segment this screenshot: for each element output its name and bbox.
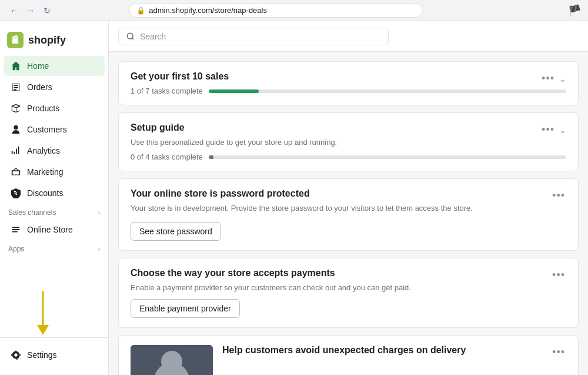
- setup-guide-progress: 0 of 4 tasks complete: [131, 152, 566, 161]
- flag-icon: 🏴: [568, 4, 581, 17]
- person-image: [131, 345, 213, 375]
- sidebar: shopify Home Orders Products Custom: [0, 21, 109, 375]
- brand-name: shopify: [28, 34, 66, 47]
- arrow-annotation: [28, 291, 58, 340]
- sidebar-item-home[interactable]: Home: [4, 56, 105, 76]
- first-sales-actions: ••• ⌄: [540, 71, 566, 86]
- password-protected-body: Your store is in development. Provide th…: [131, 204, 566, 241]
- home-icon: [11, 61, 21, 71]
- sidebar-item-discounts[interactable]: Discounts: [4, 183, 105, 203]
- search-bar[interactable]: Search: [118, 28, 389, 45]
- setup-guide-title: Setup guide: [131, 122, 337, 133]
- sidebar-logo: shopify: [0, 26, 108, 55]
- unexpected-charges-card: Help customers avoid unexpected charges …: [118, 335, 579, 375]
- setup-guide-actions: ••• ⌄: [540, 122, 566, 137]
- address-bar[interactable]: 🔒 admin.shopify.com/store/nap-deals: [129, 3, 423, 18]
- first-sales-more-button[interactable]: •••: [540, 71, 556, 86]
- enable-payment-button[interactable]: Enable payment provider: [131, 299, 240, 318]
- password-protected-more-button[interactable]: •••: [551, 188, 566, 203]
- sidebar-item-orders[interactable]: Orders: [4, 77, 105, 97]
- sales-channels-label: Sales channels: [8, 208, 56, 217]
- arrow-svg: [28, 291, 58, 338]
- sidebar-item-settings[interactable]: Settings: [4, 345, 105, 365]
- sidebar-item-home-label: Home: [27, 61, 49, 71]
- sidebar-item-analytics[interactable]: Analytics: [4, 141, 105, 161]
- url-text: admin.shopify.com/store/nap-deals: [149, 6, 267, 15]
- password-protected-text: Your store is in development. Provide th…: [131, 204, 566, 213]
- back-button[interactable]: ←: [7, 4, 21, 18]
- sales-channels-chevron[interactable]: ›: [98, 210, 100, 216]
- payments-header: Choose the way your store accepts paymen…: [131, 268, 566, 283]
- customers-icon: [11, 124, 21, 135]
- settings-icon: [11, 350, 21, 360]
- discounts-icon: [11, 188, 21, 198]
- password-protected-card: Your online store is password protected …: [118, 178, 579, 251]
- image-card-layout: Help customers avoid unexpected charges …: [131, 345, 566, 375]
- svg-point-2: [127, 33, 133, 39]
- search-placeholder: Search: [140, 32, 166, 41]
- first-sales-collapse-button[interactable]: ⌄: [559, 74, 566, 84]
- sidebar-item-customers-label: Customers: [27, 125, 67, 134]
- unexpected-charges-more-button[interactable]: •••: [551, 345, 566, 360]
- payments-card: Choose the way your store accepts paymen…: [118, 258, 579, 328]
- apps-label: Apps: [8, 245, 24, 253]
- main-content: Get your first 10 sales ••• ⌄ 1 of 7 tas…: [109, 52, 588, 375]
- first-sales-header: Get your first 10 sales ••• ⌄: [131, 71, 566, 87]
- first-sales-progress-fill: [209, 89, 259, 93]
- first-sales-progress-bar: [209, 89, 566, 93]
- apps-section: Apps ›: [0, 240, 108, 255]
- first-sales-progress-text: 1 of 7 tasks complete: [131, 87, 203, 95]
- sidebar-item-orders-label: Orders: [27, 82, 52, 92]
- online-store-label: Online Store: [27, 225, 73, 234]
- password-protected-header: Your online store is password protected …: [131, 188, 566, 204]
- setup-guide-collapse-button[interactable]: ⌄: [559, 125, 566, 135]
- unexpected-charges-header: Help customers avoid unexpected charges …: [222, 345, 566, 360]
- svg-point-4: [161, 351, 182, 372]
- first-sales-progress: 1 of 7 tasks complete: [131, 87, 566, 95]
- browser-nav-buttons: ← → ↻: [7, 4, 54, 18]
- shopify-logo-icon: [7, 32, 24, 48]
- setup-guide-card: Setup guide Use this personalized guide …: [118, 112, 579, 171]
- setup-guide-progress-text: 0 of 4 tasks complete: [131, 152, 203, 161]
- orders-icon: [11, 82, 21, 92]
- payments-title: Choose the way your store accepts paymen…: [131, 268, 335, 278]
- setup-guide-progress-bar: [209, 155, 566, 159]
- forward-button[interactable]: →: [24, 4, 38, 18]
- first-sales-card: Get your first 10 sales ••• ⌄ 1 of 7 tas…: [118, 61, 579, 105]
- app-layout: shopify Home Orders Products Custom: [0, 21, 588, 375]
- marketing-icon: [11, 167, 21, 177]
- setup-guide-more-button[interactable]: •••: [540, 122, 556, 137]
- payments-body: Enable a payment provider so your custom…: [131, 283, 566, 292]
- card-thumbnail: [131, 345, 213, 375]
- setup-guide-titles: Setup guide Use this personalized guide …: [131, 122, 337, 152]
- refresh-button[interactable]: ↻: [40, 4, 54, 18]
- first-sales-title: Get your first 10 sales: [131, 71, 229, 82]
- search-icon: [126, 32, 135, 41]
- setup-guide-header: Setup guide Use this personalized guide …: [131, 122, 566, 152]
- sales-channels-section: Sales channels ›: [0, 204, 108, 219]
- unexpected-charges-title: Help customers avoid unexpected charges …: [222, 345, 466, 356]
- see-store-password-button[interactable]: See store password: [131, 222, 221, 241]
- settings-label: Settings: [27, 350, 57, 360]
- payments-more-button[interactable]: •••: [551, 268, 566, 283]
- analytics-icon: [11, 145, 21, 156]
- sidebar-item-analytics-label: Analytics: [27, 146, 60, 155]
- browser-chrome: ← → ↻ 🔒 admin.shopify.com/store/nap-deal…: [0, 0, 588, 21]
- sidebar-item-marketing[interactable]: Marketing: [4, 162, 105, 182]
- online-store-icon: [11, 224, 21, 235]
- sidebar-item-discounts-label: Discounts: [27, 188, 63, 198]
- bag-svg: [10, 35, 21, 45]
- unexpected-charges-content: Help customers avoid unexpected charges …: [222, 345, 566, 360]
- sidebar-item-customers[interactable]: Customers: [4, 120, 105, 140]
- sidebar-item-online-store[interactable]: Online Store: [4, 220, 105, 240]
- password-protected-title: Your online store is password protected: [131, 188, 310, 199]
- products-icon: [11, 103, 21, 114]
- top-bar: Search: [109, 21, 588, 52]
- apps-chevron[interactable]: ›: [98, 246, 100, 253]
- svg-marker-1: [37, 325, 49, 335]
- sidebar-item-products[interactable]: Products: [4, 98, 105, 118]
- sidebar-item-marketing-label: Marketing: [27, 167, 63, 177]
- setup-guide-subtitle: Use this personalized guide to get your …: [131, 138, 337, 147]
- sidebar-item-products-label: Products: [27, 104, 59, 113]
- lock-icon: 🔒: [136, 6, 145, 15]
